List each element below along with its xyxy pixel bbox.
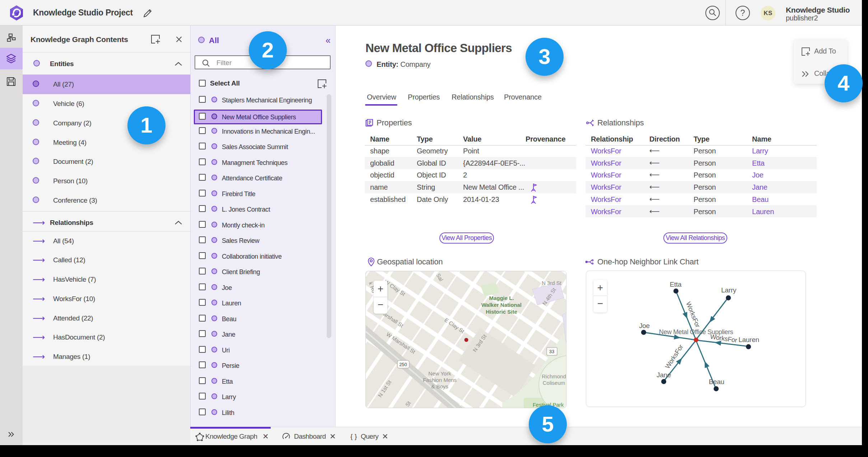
svg-text:WorksFor: WorksFor bbox=[664, 343, 685, 370]
svg-text:33: 33 bbox=[549, 349, 554, 354]
svg-text:?: ? bbox=[741, 8, 745, 18]
svg-text:Jane: Jane bbox=[657, 371, 671, 379]
svg-text:Historic Site: Historic Site bbox=[486, 309, 517, 315]
svg-text:Richmond: Richmond bbox=[542, 373, 566, 379]
svg-text:New York: New York bbox=[428, 370, 451, 377]
svg-text:Larry: Larry bbox=[721, 286, 737, 294]
svg-text:Fashion Mens: Fashion Mens bbox=[423, 377, 457, 383]
svg-text:& Boys: & Boys bbox=[431, 383, 448, 389]
svg-text:Lauren: Lauren bbox=[738, 336, 759, 343]
svg-text:N 3rd St: N 3rd St bbox=[542, 280, 562, 286]
svg-text:Beau: Beau bbox=[709, 378, 724, 386]
svg-text:Joe: Joe bbox=[639, 322, 650, 329]
svg-text:250: 250 bbox=[399, 362, 407, 367]
svg-text:Maggie L.: Maggie L. bbox=[489, 295, 514, 301]
svg-text:Coliseum: Coliseum bbox=[543, 380, 565, 386]
svg-text:Etta: Etta bbox=[670, 281, 682, 288]
svg-text:Walker National: Walker National bbox=[481, 302, 522, 308]
